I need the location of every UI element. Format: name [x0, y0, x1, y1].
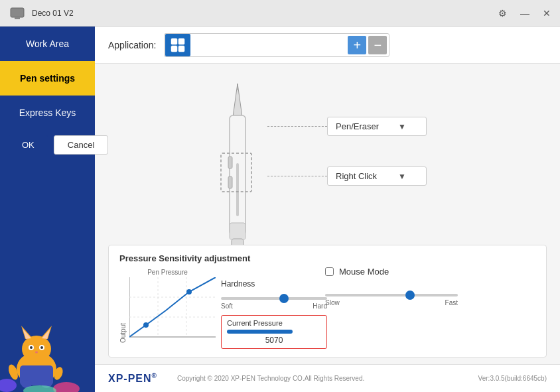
svg-point-40: [143, 322, 149, 328]
hardness-label: Hardness: [221, 279, 327, 289]
svg-rect-22: [178, 38, 184, 44]
mouse-mode-row: Mouse Mode: [325, 267, 458, 277]
svg-point-18: [0, 379, 17, 392]
mouse-mode-label: Mouse Mode: [339, 267, 389, 277]
output-label: Output: [119, 323, 127, 343]
trademark: ®: [152, 372, 157, 379]
mouse-mode-section: Mouse Mode Slow Fast: [325, 253, 458, 349]
chart-container: [129, 277, 216, 343]
svg-rect-23: [171, 46, 177, 52]
button1-line: [267, 126, 327, 127]
current-pressure-bar: [227, 330, 293, 334]
svg-rect-0: [11, 8, 24, 17]
app-icon-svg: [170, 37, 186, 53]
svg-rect-28: [228, 176, 232, 188]
footer-logo: XP-PEN®: [108, 372, 157, 385]
button2-label: Right Click: [336, 171, 377, 181]
current-pressure-label: Current Pressure: [227, 319, 321, 327]
app-add-button[interactable]: +: [348, 36, 366, 54]
svg-rect-27: [228, 157, 232, 168]
chart-area: Pen Pressure Output: [119, 269, 305, 349]
soft-label: Soft: [221, 302, 233, 310]
logo-text: XP-PEN: [108, 373, 152, 384]
main-layout: Work Area Pen settings Express Keys OK C…: [0, 27, 560, 392]
minimize-button[interactable]: —: [518, 7, 532, 20]
current-pressure-value: 5070: [227, 336, 321, 345]
svg-rect-29: [236, 163, 239, 216]
settings-button[interactable]: ⚙: [496, 7, 510, 20]
app-label: Application:: [108, 40, 156, 50]
hardness-slider[interactable]: [221, 297, 327, 300]
content-area: Application: + −: [95, 27, 560, 392]
fast-label: Fast: [445, 299, 458, 306]
slow-label: Slow: [325, 299, 340, 306]
button1-label: Pen/Eraser: [336, 121, 379, 131]
device-icon: [7, 7, 28, 20]
svg-rect-24: [178, 46, 184, 52]
pressure-right-controls: Hardness Soft Hard Current Pressure 5070: [221, 269, 327, 349]
svg-point-11: [40, 346, 43, 349]
svg-rect-21: [171, 38, 177, 44]
app-icon: [165, 34, 190, 56]
footer: XP-PEN® Copyright © 2020 XP-PEN Technolo…: [95, 364, 560, 392]
svg-rect-30: [230, 223, 245, 239]
svg-point-12: [35, 352, 38, 354]
app-remove-button[interactable]: −: [368, 36, 387, 54]
sidebar-item-express-keys[interactable]: Express Keys: [0, 96, 95, 130]
footer-copyright: Copyright © 2020 XP-PEN Technology CO.Al…: [177, 375, 364, 382]
current-pressure-box: Current Pressure 5070: [221, 315, 327, 349]
chart-row: Output: [119, 277, 216, 343]
button2-selector-row: Right Click ▼: [267, 166, 427, 186]
close-button[interactable]: ✕: [540, 7, 553, 20]
chart-wrapper: Pen Pressure Output: [119, 269, 216, 343]
window-controls: ⚙ — ✕: [496, 7, 553, 20]
ok-button[interactable]: OK: [8, 135, 48, 155]
pen-illustration: [214, 77, 267, 269]
pen-content: Pen/Eraser ▼ Right Click ▼ Default Press…: [95, 64, 560, 364]
sidebar: Work Area Pen settings Express Keys OK C…: [0, 27, 95, 392]
pen-svg: [214, 77, 261, 269]
button2-line: [267, 176, 327, 176]
speed-control: Slow Fast: [325, 287, 458, 306]
pressure-chart-svg: [129, 277, 216, 340]
sidebar-item-pen-settings[interactable]: Pen settings: [0, 61, 95, 96]
svg-rect-1: [15, 17, 20, 19]
app-bar: Application: + −: [95, 27, 560, 64]
mascot-svg: [0, 312, 80, 392]
speed-slider[interactable]: [325, 294, 458, 296]
pressure-left: Pressure Sensitivity adjustment Pen Pres…: [119, 253, 305, 349]
svg-point-19: [53, 382, 80, 392]
button2-arrow: ▼: [398, 172, 406, 181]
sidebar-item-work-area[interactable]: Work Area: [0, 27, 95, 61]
footer-version: Ver:3.0.5(build:6645cb): [478, 375, 547, 382]
button1-arrow: ▼: [398, 122, 406, 131]
pressure-section: Pressure Sensitivity adjustment Pen Pres…: [108, 245, 547, 358]
title-bar: Deco 01 V2 ⚙ — ✕: [0, 0, 560, 27]
action-buttons-area: OK Cancel: [0, 130, 95, 160]
svg-point-3: [22, 336, 51, 362]
app-selector: + −: [164, 33, 389, 57]
device-name: Deco 01 V2: [32, 9, 74, 18]
speed-labels: Slow Fast: [325, 299, 458, 306]
mouse-mode-checkbox[interactable]: [325, 267, 334, 276]
svg-point-10: [30, 346, 33, 349]
pressure-title: Pressure Sensitivity adjustment: [119, 253, 305, 263]
mascot-area: [0, 306, 95, 392]
pen-pressure-label: Pen Pressure: [119, 269, 216, 276]
button1-dropdown[interactable]: Pen/Eraser ▼: [327, 117, 427, 136]
svg-point-41: [186, 289, 192, 294]
button2-dropdown[interactable]: Right Click ▼: [327, 166, 427, 186]
button1-selector-row: Pen/Eraser ▼: [267, 117, 427, 136]
hardness-labels: Soft Hard: [221, 302, 327, 310]
